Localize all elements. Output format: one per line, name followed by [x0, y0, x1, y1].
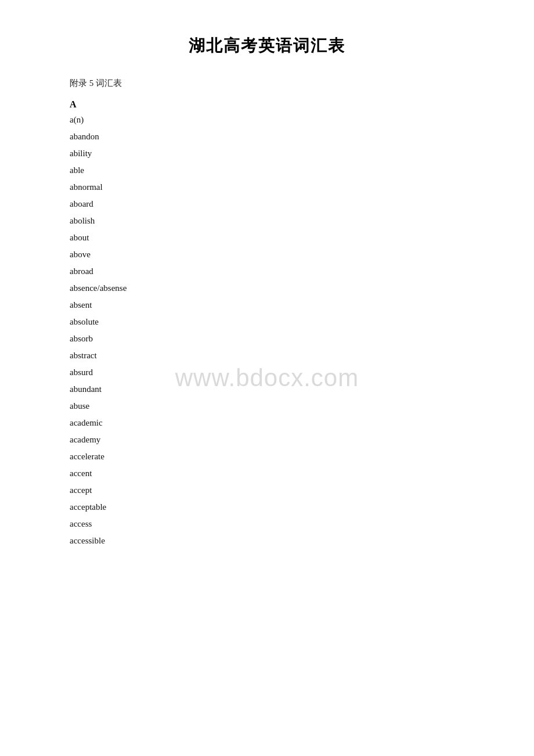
section-letter: A: [70, 99, 464, 110]
list-item: absorb: [70, 334, 464, 343]
list-item: aboard: [70, 200, 464, 208]
page-title: 湖北高考英语词汇表: [70, 35, 464, 57]
list-item: abroad: [70, 267, 464, 276]
list-item: abstract: [70, 351, 464, 360]
list-item: above: [70, 250, 464, 259]
list-item: acceptable: [70, 503, 464, 512]
subtitle: 附录 5 词汇表: [70, 78, 464, 89]
list-item: academic: [70, 419, 464, 427]
list-item: absurd: [70, 368, 464, 377]
list-item: abuse: [70, 402, 464, 411]
list-item: absolute: [70, 318, 464, 326]
list-item: absent: [70, 301, 464, 309]
list-item: absence/absense: [70, 284, 464, 293]
list-item: accelerate: [70, 452, 464, 461]
list-item: accept: [70, 486, 464, 495]
list-item: a(n): [70, 116, 464, 124]
list-item: abolish: [70, 217, 464, 225]
list-item: about: [70, 233, 464, 242]
list-item: academy: [70, 435, 464, 444]
list-item: accent: [70, 469, 464, 478]
list-item: abnormal: [70, 183, 464, 192]
list-item: access: [70, 520, 464, 528]
list-item: accessible: [70, 537, 464, 545]
list-item: abundant: [70, 385, 464, 394]
list-item: able: [70, 166, 464, 175]
list-item: ability: [70, 149, 464, 158]
word-list: a(n)abandonabilityableabnormalaboardabol…: [70, 116, 464, 545]
list-item: abandon: [70, 132, 464, 141]
